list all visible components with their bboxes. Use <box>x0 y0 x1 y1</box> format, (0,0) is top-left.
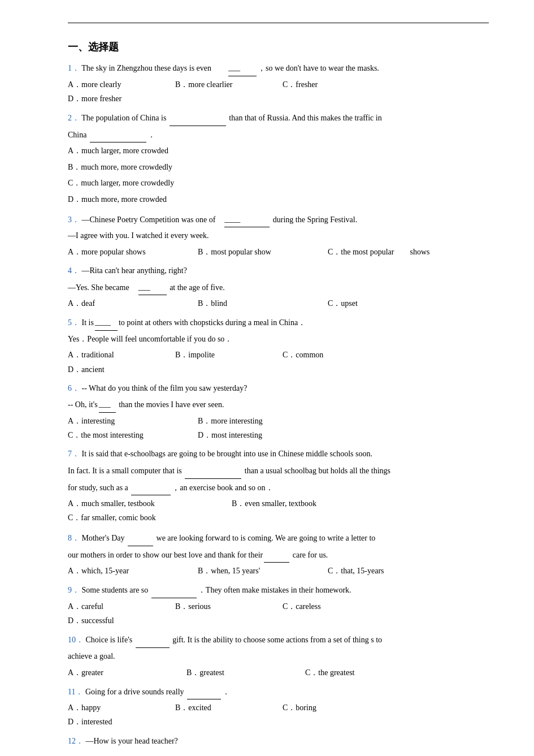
q5-text: 5． It is____to point at others with chop… <box>68 315 489 331</box>
question-12: 12． —How is your head teacher? <box>68 734 489 749</box>
q11-opt-a: A．happy <box>68 701 170 715</box>
q8-options: A．which, 15-year B．when, 15 years' C．tha… <box>68 564 489 578</box>
q2-blank1 <box>170 110 226 126</box>
page: 一、选择题 1． The sky in Zhengzhou these days… <box>0 0 534 756</box>
q4-opt-b: B．blind <box>198 296 322 310</box>
q11-blank <box>187 684 221 700</box>
q11-options: A．happy B．excited C．boring D．interested <box>68 701 489 729</box>
q2-options: A．much larger, more crowded B．much more,… <box>68 144 489 207</box>
q3-opt-a: A．more popular shows <box>68 245 192 259</box>
q9-text: 9． Some students are so ．They often make… <box>68 582 489 598</box>
q7-text3: for study, such as a ，an exercise book a… <box>68 480 489 496</box>
q5-options: A．traditional B．impolite C．common D．anci… <box>68 348 489 376</box>
q9-options: A．careful B．serious C．careless D．success… <box>68 599 489 628</box>
q7-body: It is said that e-schoolbags are going t… <box>82 450 372 458</box>
q8-body2: our mothers in order to show our best lo… <box>68 551 328 559</box>
q7-body2: In fact. It is a small computer that is … <box>68 466 390 475</box>
q6-opt-b: B．more interesting <box>198 414 322 428</box>
q10-options: A．greater B．greatest C．the greatest <box>68 666 489 680</box>
q6-opt-d: D．most interesting <box>198 428 322 442</box>
question-9: 9． Some students are so ．They often make… <box>68 582 489 628</box>
q7-blank1 <box>185 463 241 479</box>
q5-body2: Yes．People will feel uncomfortable if yo… <box>68 335 232 343</box>
q1-blank: ___ <box>228 61 257 76</box>
q4-blank: ___ <box>138 280 167 296</box>
q4-text2: —Yes. She became ___ at the age of five. <box>68 280 489 296</box>
q8-opt-b: B．when, 15 years' <box>198 564 322 578</box>
q4-text: 4． —Rita can't hear anything, right? <box>68 263 489 279</box>
q7-opts-row1: A．much smaller, testbook B．even smaller,… <box>68 496 489 511</box>
q10-opt-a: A．greater <box>68 666 181 680</box>
q10-body: Choice is life's gift. It is the ability… <box>86 636 383 644</box>
q1-opt-c: C．fresher <box>283 77 384 92</box>
q5-text2: Yes．People will feel uncomfortable if yo… <box>68 332 489 347</box>
question-7: 7． It is said that e-schoolbags are goin… <box>68 447 489 526</box>
q11-opt-d: D．interested <box>68 715 170 729</box>
q2-opt-c: C．much larger, more crowdedly <box>68 176 489 191</box>
q6-opts-row2: C．the most interesting D．most interestin… <box>68 428 489 442</box>
q3-text2: —I agree with you. I watched it every we… <box>68 228 489 244</box>
q2-number: 2． <box>68 114 80 122</box>
q1-opt-b: B．more clearlier <box>175 77 277 92</box>
q6-blank: ___ <box>99 397 116 413</box>
q8-text: 8． Mother's Day we are looking forward t… <box>68 530 489 546</box>
q8-blank1 <box>128 530 153 546</box>
q5-opt-a: A．traditional <box>68 348 170 362</box>
q1-opt-d: D．more fresher <box>68 92 170 106</box>
q8-number: 8． <box>68 534 80 542</box>
q12-body: —How is your head teacher? <box>86 737 178 745</box>
q2-body: The population of China is than that of … <box>81 114 381 122</box>
q3-body2: —I agree with you. I watched it every we… <box>68 231 209 240</box>
q5-number: 5． <box>68 318 80 327</box>
q10-number: 10． <box>68 636 84 644</box>
q6-opt-a: A．interesting <box>68 414 192 428</box>
q4-body2: —Yes. She became ___ at the age of five. <box>68 283 225 292</box>
q4-number: 4． <box>68 266 80 275</box>
q9-opt-c: C．careless <box>283 599 384 614</box>
q8-text2: our mothers in order to show our best lo… <box>68 547 489 563</box>
q6-opt-c: C．the most interesting <box>68 428 192 442</box>
q10-opt-c: C．the greatest <box>305 666 407 680</box>
question-6: 6． -- What do you think of the film you … <box>68 381 489 443</box>
question-5: 5． It is____to point at others with chop… <box>68 315 489 377</box>
q6-text2: -- Oh, it's___ than the movies I have ev… <box>68 397 489 413</box>
q11-opt-b: B．excited <box>175 701 277 715</box>
q9-opt-a: A．careful <box>68 599 170 614</box>
q2-body2: China ． <box>68 131 155 139</box>
q2-opt-a: A．much larger, more crowded <box>68 144 489 159</box>
q3-blank: ____ <box>224 212 270 228</box>
q7-text: 7． It is said that e-schoolbags are goin… <box>68 447 489 462</box>
q4-body: —Rita can't hear anything, right? <box>82 266 187 275</box>
q7-options: A．much smaller, testbook B．even smaller,… <box>68 496 489 526</box>
question-10: 10． Choice is life's gift. It is the abi… <box>68 632 489 679</box>
q11-opt-c: C．boring <box>283 701 384 715</box>
q6-text: 6． -- What do you think of the film you … <box>68 381 489 396</box>
q1-body: The sky in Zhengzhou these days is even … <box>81 64 379 72</box>
q3-number: 3． <box>68 215 80 224</box>
q5-blank: ____ <box>95 315 118 331</box>
q5-body: It is____to point at others with chopsti… <box>82 318 306 327</box>
q7-opt-b: B．even smaller, textbook <box>232 496 333 511</box>
q3-text: 3． —Chinese Poetry Competition was one o… <box>68 212 489 228</box>
q3-opt-c: C．the most popular shows <box>328 245 452 259</box>
q7-number: 7． <box>68 450 80 458</box>
q6-body2: -- Oh, it's___ than the movies I have ev… <box>68 400 224 409</box>
q9-body: Some students are so ．They often make mi… <box>82 586 351 594</box>
q4-options: A．deaf B．blind C．upset <box>68 296 489 310</box>
q12-text: 12． —How is your head teacher? <box>68 734 489 749</box>
q9-number: 9． <box>68 586 80 594</box>
q7-opt-c: C．far smaller, comic book <box>68 513 156 522</box>
q2-opt-b: B．much more, more crowdedly <box>68 160 489 175</box>
q2-text: 2． The population of China is than that … <box>68 110 489 126</box>
top-divider <box>68 23 489 23</box>
q5-opt-b: B．impolite <box>175 348 277 362</box>
question-2: 2． The population of China is than that … <box>68 110 489 208</box>
q6-options: A．interesting B．more interesting C．the m… <box>68 414 489 442</box>
q7-text2: In fact. It is a small computer that is … <box>68 463 489 479</box>
q5-opt-c: C．common <box>283 348 384 362</box>
q11-number: 11． <box>68 688 83 696</box>
q4-opt-c: C．upset <box>328 296 452 310</box>
section-title: 一、选择题 <box>68 40 489 54</box>
q4-opt-a: A．deaf <box>68 296 192 310</box>
q2-text2: China ． <box>68 127 489 143</box>
